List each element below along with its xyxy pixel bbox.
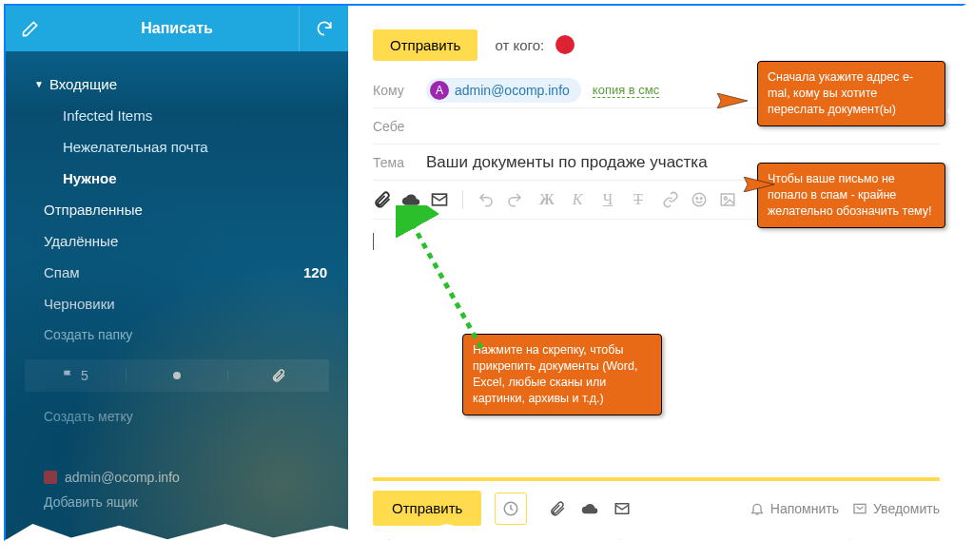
folder-infected[interactable]: Infected Items	[6, 100, 348, 131]
callout-attach: Нажмите на скрепку, чтобы прикрепить док…	[462, 334, 662, 415]
compose-button[interactable]: Написать	[55, 6, 299, 51]
svg-point-6	[724, 197, 727, 200]
compose-icon[interactable]	[6, 6, 55, 51]
callout-recipient: Сначала укажите адрес e-mal, кому вы хот…	[757, 61, 945, 126]
undo-icon[interactable]	[477, 190, 496, 209]
folder-important[interactable]: Нужное	[6, 163, 348, 194]
unread-segment[interactable]	[127, 371, 228, 380]
text-cursor	[373, 233, 374, 250]
mail-icon[interactable]	[430, 190, 449, 209]
account-row[interactable]: admin@ocomp.info	[6, 460, 348, 489]
toolbar-separator	[462, 190, 463, 209]
redo-icon[interactable]	[505, 190, 524, 209]
cloud-icon-bottom[interactable]	[580, 499, 599, 518]
create-label[interactable]: Создать метку	[6, 401, 348, 432]
svg-point-2	[692, 193, 706, 206]
attach-icon[interactable]	[373, 190, 392, 209]
top-send-row: Отправить от кого:	[373, 27, 940, 63]
compose-row: Написать	[6, 6, 348, 51]
folder-drafts[interactable]: Черновики	[6, 288, 348, 319]
add-mailbox[interactable]: Добавить ящик	[6, 489, 348, 517]
callout-subject: Чтобы ваше письмо не попало в спам - кра…	[757, 163, 945, 228]
create-folder[interactable]: Создать папку	[6, 319, 348, 350]
sidebar: Написать ▼Входящие Infected Items Нежела…	[6, 6, 348, 539]
callout-pointer-1	[710, 93, 748, 108]
folder-junk[interactable]: Нежелательная почта	[6, 131, 348, 163]
flags-segment[interactable]: 5	[25, 368, 127, 383]
underline-icon[interactable]: Ч	[598, 190, 617, 209]
account-email: admin@ocomp.info	[65, 470, 180, 485]
callout-pointer-2	[736, 177, 774, 192]
image-icon[interactable]	[718, 190, 737, 209]
folder-spam[interactable]: Спам 120	[6, 257, 348, 288]
folder-deleted[interactable]: Удалённые	[6, 225, 348, 257]
spam-count: 120	[303, 264, 327, 280]
refresh-button[interactable]	[299, 6, 348, 51]
folder-list: ▼Входящие Infected Items Нежелательная п…	[6, 51, 348, 350]
from-avatar-icon	[555, 35, 575, 54]
copy-sms-link[interactable]: копия в смс	[593, 83, 659, 98]
folder-inbox[interactable]: ▼Входящие	[6, 68, 348, 100]
send-button-bottom[interactable]: Отправить	[373, 491, 481, 526]
recipient-email: admin@ocomp.info	[455, 83, 570, 98]
emoji-icon[interactable]	[690, 190, 709, 209]
notify-button[interactable]: Уведомить	[852, 501, 940, 516]
cloud-icon[interactable]	[401, 190, 420, 209]
flag-count: 5	[81, 368, 88, 383]
recipient-avatar: A	[430, 81, 449, 100]
svg-rect-5	[721, 194, 734, 205]
subject-label: Тема	[373, 155, 426, 170]
schedule-button[interactable]	[495, 492, 527, 525]
folder-sent[interactable]: Отправленные	[6, 194, 348, 225]
svg-point-0	[173, 372, 181, 379]
italic-icon[interactable]: К	[568, 190, 587, 209]
to-label: Кому	[373, 83, 426, 98]
sidebar-icon-bar: 5	[25, 359, 329, 392]
send-button-top[interactable]: Отправить	[373, 29, 477, 61]
from-label: от кого:	[495, 37, 544, 53]
app-window: Написать ▼Входящие Infected Items Нежела…	[4, 4, 966, 541]
account-indicator-icon	[44, 471, 57, 484]
bold-icon[interactable]: Ж	[537, 190, 556, 209]
svg-point-4	[701, 198, 703, 200]
recipient-chip[interactable]: A admin@ocomp.info	[426, 78, 581, 103]
attachments-segment[interactable]	[228, 368, 329, 383]
compose-label: Написать	[141, 20, 213, 37]
link-icon[interactable]	[661, 190, 680, 209]
folder-inbox-label: Входящие	[49, 76, 117, 92]
self-label: Себе	[373, 119, 426, 134]
attach-icon-bottom[interactable]	[548, 499, 567, 518]
remind-button[interactable]: Напомнить	[750, 501, 839, 516]
mail-icon-bottom[interactable]	[613, 499, 632, 518]
strike-icon[interactable]: Т	[629, 190, 648, 209]
svg-point-3	[696, 198, 698, 200]
